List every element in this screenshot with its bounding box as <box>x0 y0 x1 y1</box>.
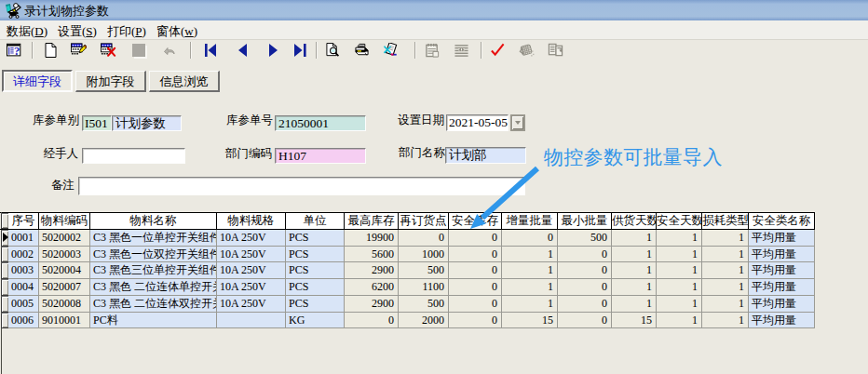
svg-text:?: ? <box>14 45 20 58</box>
